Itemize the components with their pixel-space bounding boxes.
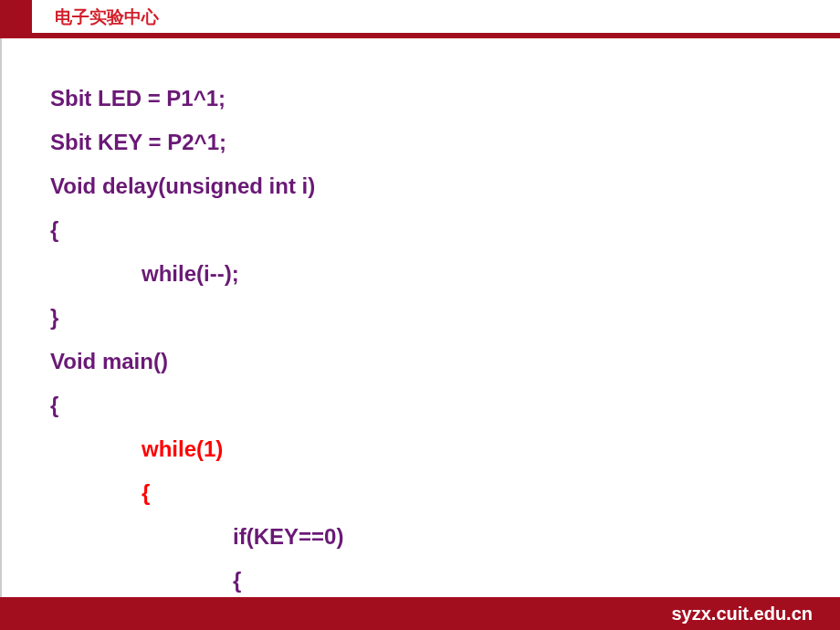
code-line-0: Sbit LED = P1^1; xyxy=(50,77,840,121)
code-line-10: if(KEY==0) xyxy=(50,515,840,559)
header-title: 电子实验中心 xyxy=(55,5,159,29)
code-line-2: Void delay(unsigned int i) xyxy=(50,164,840,208)
left-border xyxy=(0,0,2,630)
code-line-7: { xyxy=(50,383,840,427)
code-line-6: Void main() xyxy=(50,340,840,383)
code-line-1: Sbit KEY = P2^1; xyxy=(50,121,840,164)
code-line-9: { xyxy=(50,471,840,515)
code-line-8: while(1) xyxy=(50,427,840,471)
header-bar: 电子实验中心 xyxy=(0,0,840,38)
footer-url: syzx.cuit.edu.cn xyxy=(672,604,814,625)
footer-bar: syzx.cuit.edu.cn xyxy=(0,597,840,630)
code-line-5: } xyxy=(50,296,840,340)
code-area: Sbit LED = P1^1;Sbit KEY = P2^1;Void del… xyxy=(0,38,840,603)
header-inner: 电子实验中心 xyxy=(32,0,840,33)
code-line-11: { xyxy=(50,559,840,603)
code-line-4: while(i--); xyxy=(50,252,840,296)
code-line-3: { xyxy=(50,208,840,252)
